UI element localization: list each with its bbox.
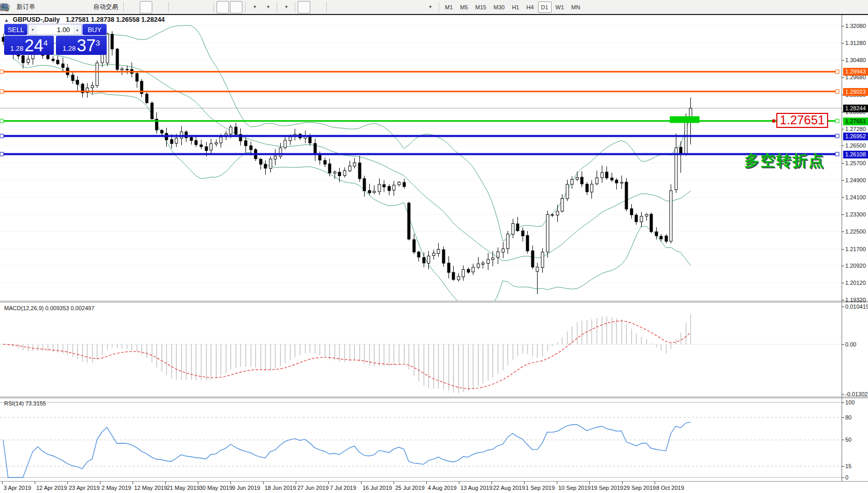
new-order-label[interactable]: 新订单 xyxy=(17,3,35,11)
separator xyxy=(213,2,214,12)
chart-shift-button[interactable] xyxy=(230,1,242,13)
chart-header: ▲ GBPUSD-,Daily 1.27581 1.28738 1.26558 … xyxy=(4,16,165,23)
price-text-annotation[interactable]: 1.27651 xyxy=(776,113,828,128)
market-watch-icon[interactable] xyxy=(39,1,51,13)
buy-price-display[interactable]: 1.28 37 3 xyxy=(56,36,107,55)
axis-tick xyxy=(842,344,844,345)
main-chart[interactable] xyxy=(0,15,842,301)
panel-separator xyxy=(0,302,868,302)
zoom-out-button[interactable] xyxy=(185,1,197,13)
mt4-window: 新订单 自动交易 xyxy=(0,0,868,493)
annotation-anchor[interactable] xyxy=(772,120,775,123)
timeframe-button-w1[interactable]: W1 xyxy=(553,2,568,13)
axis-tick xyxy=(842,146,844,146)
cursor-tool-button[interactable] xyxy=(298,1,310,13)
date-tick xyxy=(133,482,133,484)
price-tick-label: 1.24900 xyxy=(845,177,866,184)
periods-button[interactable]: ▼ xyxy=(262,1,274,13)
candlestick-mode-button[interactable] xyxy=(140,1,152,13)
separator xyxy=(168,2,169,12)
horizontal-line-object[interactable] xyxy=(0,153,839,155)
line-anchor[interactable] xyxy=(0,119,4,123)
axis-tick xyxy=(842,402,844,403)
price-level-badge: 1.26108 xyxy=(843,151,868,158)
rsi-axis-label: 15 xyxy=(845,463,851,470)
timeframe-button-d1[interactable]: D1 xyxy=(538,2,552,13)
timeframe-button-h4[interactable]: H4 xyxy=(523,2,537,13)
horizontal-line-object[interactable] xyxy=(0,120,839,122)
line-anchor[interactable] xyxy=(835,134,839,138)
timeframe-button-m30[interactable]: M30 xyxy=(490,2,508,13)
axis-tick xyxy=(842,60,844,61)
signals-icon[interactable] xyxy=(66,1,78,13)
volume-stepper: ▼ ▲ xyxy=(28,24,82,35)
date-label: 1 Sep 2019 xyxy=(526,485,555,491)
autotrading-label[interactable]: 自动交易 xyxy=(93,3,118,11)
candle xyxy=(625,178,628,212)
sell-price-display[interactable]: 1.28 24 4 xyxy=(4,36,54,55)
buy-button[interactable]: BUY xyxy=(82,24,107,35)
price-tick-label: 1.21700 xyxy=(845,246,866,253)
line-anchor[interactable] xyxy=(835,90,839,93)
rsi-panel[interactable] xyxy=(0,398,842,481)
macd-panel[interactable] xyxy=(0,302,842,397)
turning-point-annotation[interactable]: 多空转折点 xyxy=(744,151,824,171)
timeframe-button-h1[interactable]: H1 xyxy=(509,2,522,13)
trendline-tool[interactable] xyxy=(356,1,369,13)
line-anchor[interactable] xyxy=(0,152,4,156)
auto-scroll-button[interactable] xyxy=(216,1,229,13)
date-tick xyxy=(328,482,329,484)
bar-chart-mode-button[interactable] xyxy=(126,1,139,13)
channel-tool[interactable]: E xyxy=(370,1,382,13)
zoom-in-button[interactable] xyxy=(171,1,184,13)
buy-price-pip: 3 xyxy=(96,39,100,47)
line-anchor[interactable] xyxy=(835,119,839,123)
rsi-axis-label: 80 xyxy=(845,414,851,421)
volume-increase-button[interactable]: ▲ xyxy=(73,24,81,35)
line-anchor[interactable] xyxy=(0,134,4,138)
crosshair-tool-button[interactable] xyxy=(311,1,324,13)
indicators-button[interactable]: ▼ xyxy=(280,1,292,13)
collapse-icon[interactable]: ▲ xyxy=(4,18,9,23)
data-window-icon[interactable] xyxy=(52,1,65,13)
date-label: 27 Jun 2019 xyxy=(297,485,329,491)
panel-separator[interactable] xyxy=(0,397,868,397)
separator xyxy=(326,2,327,12)
date-tick xyxy=(2,482,3,484)
shapes-tool[interactable]: ▼ xyxy=(424,1,436,13)
volume-input[interactable] xyxy=(37,24,73,35)
search-icon[interactable] xyxy=(830,1,842,13)
tile-windows-button[interactable] xyxy=(198,1,211,13)
timeframe-button-m15[interactable]: M15 xyxy=(472,2,489,13)
date-label: 19 Sep 2019 xyxy=(591,485,623,491)
timeframe-button-mn[interactable]: MN xyxy=(568,2,583,13)
volume-decrease-button[interactable]: ▼ xyxy=(28,24,37,35)
candle xyxy=(96,61,98,88)
horizontal-line-object[interactable] xyxy=(0,135,839,137)
autotrading-icon[interactable] xyxy=(79,1,92,13)
vertical-line-tool[interactable] xyxy=(329,1,342,13)
date-tick xyxy=(230,482,231,484)
date-label: 30 May 2019 xyxy=(199,485,233,491)
line-anchor[interactable] xyxy=(835,70,839,74)
date-tick xyxy=(557,482,557,484)
horizontal-line-tool[interactable] xyxy=(343,1,355,13)
text-tool[interactable]: A xyxy=(397,1,409,13)
line-anchor[interactable] xyxy=(0,70,4,74)
fibonacci-tool[interactable]: F xyxy=(383,1,396,13)
chat-icon[interactable] xyxy=(850,1,862,13)
timeframe-button-m1[interactable]: M1 xyxy=(442,2,456,13)
line-chart-mode-button[interactable] xyxy=(153,1,166,13)
label-tool[interactable]: T xyxy=(410,1,423,13)
new-chart-button[interactable]: ▼ xyxy=(248,1,261,13)
line-anchor[interactable] xyxy=(835,152,839,156)
horizontal-line-object[interactable] xyxy=(0,91,839,92)
rectangle-object[interactable] xyxy=(670,116,699,123)
timeframe-button-m5[interactable]: M5 xyxy=(457,2,471,13)
sell-button[interactable]: SELL xyxy=(4,24,27,35)
axis-tick xyxy=(842,477,844,478)
axis-tick xyxy=(842,43,844,44)
line-anchor[interactable] xyxy=(0,90,4,93)
horizontal-line-object[interactable] xyxy=(0,71,839,72)
panel-separator[interactable] xyxy=(0,301,868,301)
